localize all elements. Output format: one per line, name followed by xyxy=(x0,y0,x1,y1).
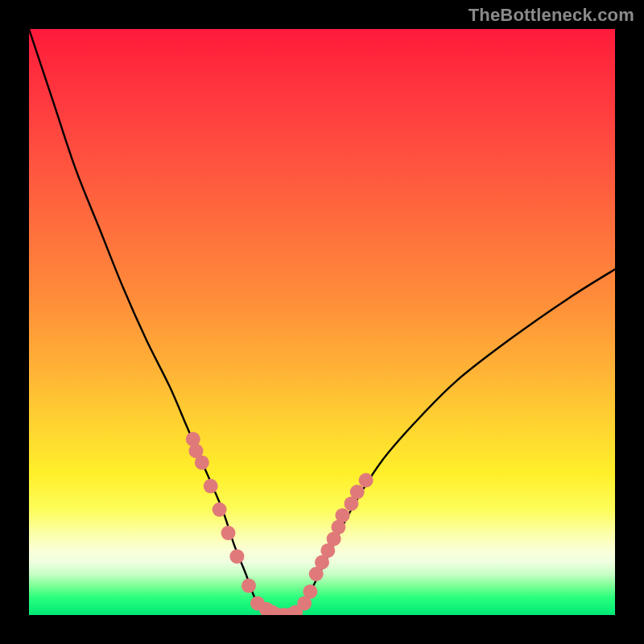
marker-point xyxy=(221,526,236,540)
marker-point xyxy=(229,549,244,564)
plot-area xyxy=(29,29,615,615)
marker-point xyxy=(303,584,317,599)
marker-point xyxy=(195,456,209,470)
marker-point xyxy=(204,479,218,493)
marker-point xyxy=(336,508,350,522)
marker-point xyxy=(242,579,256,593)
bottleneck-curve xyxy=(29,29,615,615)
chart-frame: TheBottleneck.com xyxy=(0,0,644,644)
curve-layer xyxy=(29,29,615,615)
watermark-text: TheBottleneck.com xyxy=(469,5,634,26)
marker-point xyxy=(213,502,227,517)
highlight-markers xyxy=(186,432,374,615)
marker-point xyxy=(359,473,374,488)
marker-point xyxy=(350,485,365,499)
